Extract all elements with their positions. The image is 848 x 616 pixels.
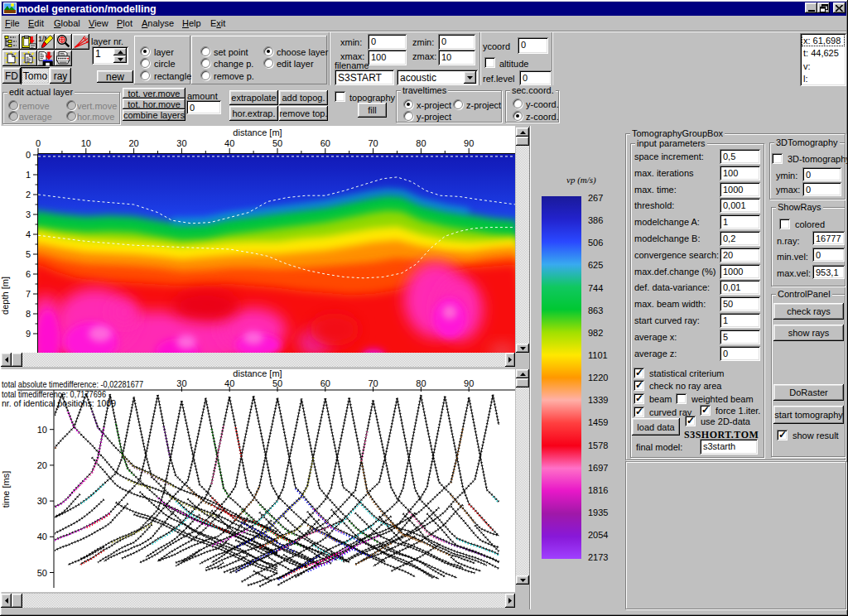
svg-text:5: 5: [26, 249, 31, 259]
svg-text:90: 90: [464, 138, 474, 148]
svg-text:60: 60: [320, 138, 330, 148]
svg-text:50: 50: [272, 378, 282, 388]
svg-text:3: 3: [26, 209, 31, 219]
svg-text:distance [m]: distance [m]: [233, 369, 282, 378]
svg-text:80: 80: [416, 378, 426, 388]
svg-text:30: 30: [176, 378, 186, 388]
svg-text:50: 50: [37, 568, 47, 578]
svg-text:8: 8: [26, 309, 31, 319]
svg-text:distance [m]: distance [m]: [233, 128, 282, 137]
svg-text:20: 20: [128, 138, 138, 148]
svg-text:30: 30: [37, 496, 47, 506]
svg-text:90: 90: [464, 378, 474, 388]
svg-text:9: 9: [26, 329, 31, 339]
svg-text:time [ms]: time [ms]: [1, 471, 11, 508]
svg-text:40: 40: [37, 532, 47, 541]
svg-text:10: 10: [81, 138, 91, 148]
svg-text:6: 6: [26, 269, 31, 279]
svg-text:10: 10: [37, 425, 47, 435]
svg-text:40: 40: [224, 138, 234, 148]
svg-text:1: 1: [26, 170, 31, 180]
svg-text:80: 80: [416, 138, 426, 148]
svg-text:4: 4: [26, 229, 31, 239]
svg-text:0: 0: [26, 150, 31, 160]
svg-text:20: 20: [37, 460, 47, 470]
svg-text:0: 0: [36, 138, 41, 148]
svg-text:50: 50: [272, 138, 282, 148]
svg-text:depth [m]: depth [m]: [1, 277, 10, 315]
svg-text:70: 70: [368, 138, 378, 148]
svg-text:total absolute timedifference:: total absolute timedifference: -0,022816…: [2, 379, 143, 389]
svg-text:70: 70: [368, 378, 378, 388]
svg-text:40: 40: [224, 378, 234, 388]
svg-text:60: 60: [320, 378, 330, 388]
svg-text:7: 7: [26, 289, 31, 299]
svg-text:30: 30: [176, 138, 186, 148]
svg-text:2: 2: [26, 190, 31, 200]
